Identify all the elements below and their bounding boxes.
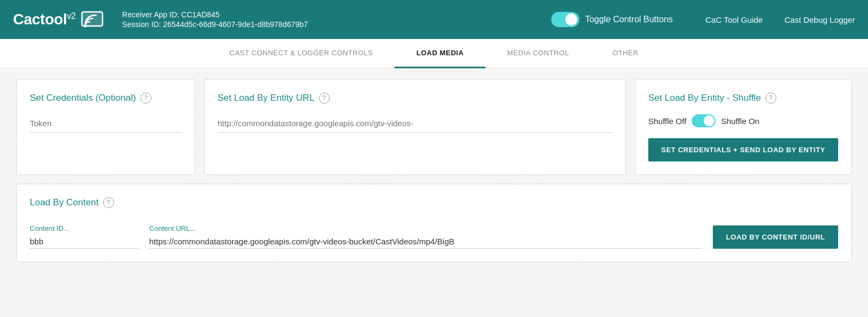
content-url-input[interactable]	[149, 235, 702, 249]
main-content: Set Credentials (Optional) ? Set Load By…	[0, 68, 868, 273]
top-cards-row: Set Credentials (Optional) ? Set Load By…	[16, 79, 852, 175]
cast-debug-logger-link[interactable]: Cast Debug Logger	[784, 15, 855, 24]
token-input[interactable]	[30, 114, 182, 133]
cac-tool-guide-link[interactable]: CaC Tool Guide	[705, 15, 763, 24]
toggle-label: Toggle Control Buttons	[585, 15, 673, 24]
app-header: Cactoolv2 Receiver App ID: CC1AD845 Sess…	[0, 0, 868, 39]
entity-url-card: Set Load By Entity URL ?	[204, 79, 626, 175]
load-content-card: Load By Content ? Content ID... Content …	[16, 184, 852, 262]
header-links: CaC Tool Guide Cast Debug Logger	[705, 15, 855, 24]
tab-media-control[interactable]: MEDIA CONTROL	[486, 39, 591, 68]
receiver-app-id: Receiver App ID: CC1AD845	[122, 10, 551, 19]
toggle-section: Toggle Control Buttons	[551, 12, 673, 27]
load-content-inputs-row: Content ID... Content URL... LOAD BY CON…	[30, 224, 838, 249]
shuffle-card: Set Load By Entity - Shuffle ? Shuffle O…	[635, 79, 852, 175]
load-content-help-icon[interactable]: ?	[103, 197, 114, 208]
content-url-group: Content URL...	[149, 224, 702, 249]
content-id-group: Content ID...	[30, 224, 138, 249]
shuffle-toggle-row: Shuffle Off Shuffle On	[648, 114, 838, 127]
control-buttons-toggle[interactable]	[551, 12, 579, 27]
load-content-title: Load By Content ?	[30, 197, 838, 208]
cast-icon	[81, 10, 105, 29]
logo-text: Cactoolv2	[13, 11, 75, 28]
entity-url-input[interactable]	[218, 114, 612, 133]
tab-cast-connect[interactable]: CAST CONNECT & LOGGER CONTROLS	[208, 39, 394, 68]
session-id: Session ID: 26544d5c-66d9-4607-9de1-d8b9…	[122, 20, 551, 29]
tab-other[interactable]: OTHER	[591, 39, 660, 68]
entity-url-card-title: Set Load By Entity URL ?	[218, 93, 612, 103]
main-navigation: CAST CONNECT & LOGGER CONTROLS LOAD MEDI…	[0, 39, 868, 68]
header-info: Receiver App ID: CC1AD845 Session ID: 26…	[122, 10, 551, 29]
shuffle-off-label: Shuffle Off	[648, 117, 686, 126]
shuffle-toggle[interactable]	[692, 114, 716, 127]
content-url-label: Content URL...	[149, 224, 702, 232]
shuffle-help-icon[interactable]: ?	[765, 93, 776, 103]
shuffle-on-label: Shuffle On	[721, 117, 760, 126]
content-id-input[interactable]	[30, 235, 138, 249]
content-id-label: Content ID...	[30, 224, 138, 232]
tab-load-media[interactable]: LOAD MEDIA	[394, 39, 485, 68]
load-by-content-button[interactable]: LOAD BY CONTENT ID/URL	[713, 225, 838, 249]
set-credentials-send-load-button[interactable]: SET CREDENTIALS + SEND LOAD BY ENTITY	[648, 138, 838, 161]
credentials-help-icon[interactable]: ?	[141, 93, 151, 103]
entity-url-help-icon[interactable]: ?	[319, 93, 330, 103]
shuffle-card-title: Set Load By Entity - Shuffle ?	[648, 93, 838, 103]
logo: Cactoolv2	[13, 10, 105, 29]
credentials-card-title: Set Credentials (Optional) ?	[30, 93, 182, 103]
credentials-card: Set Credentials (Optional) ?	[16, 79, 195, 175]
